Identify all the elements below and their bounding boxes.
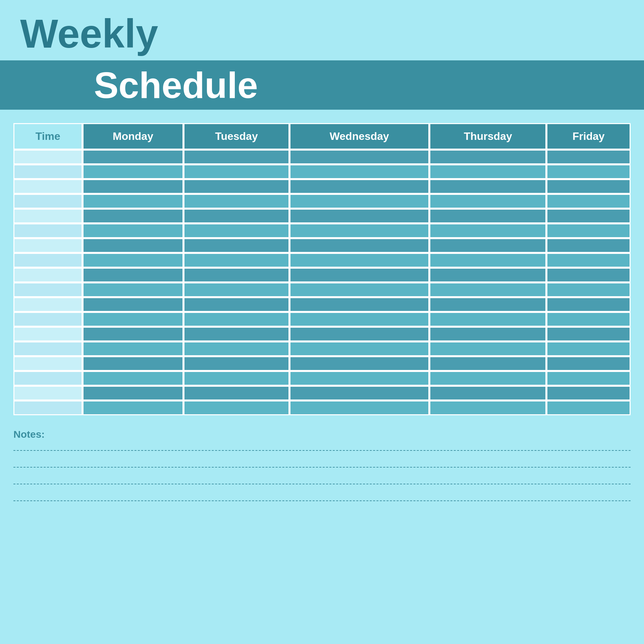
day-cell[interactable] [289, 356, 429, 371]
day-cell[interactable] [546, 312, 631, 327]
day-cell[interactable] [546, 400, 631, 415]
day-cell[interactable] [546, 297, 631, 312]
day-cell[interactable] [83, 312, 184, 327]
day-cell[interactable] [183, 282, 289, 297]
day-cell[interactable] [289, 253, 429, 268]
time-cell[interactable] [13, 297, 83, 312]
day-cell[interactable] [83, 253, 184, 268]
day-cell[interactable] [546, 209, 631, 223]
day-cell[interactable] [289, 194, 429, 209]
time-cell[interactable] [13, 194, 83, 209]
day-cell[interactable] [546, 327, 631, 341]
day-cell[interactable] [183, 312, 289, 327]
day-cell[interactable] [183, 209, 289, 223]
day-cell[interactable] [83, 150, 184, 164]
time-cell[interactable] [13, 356, 83, 371]
day-cell[interactable] [429, 238, 546, 253]
day-cell[interactable] [289, 371, 429, 386]
day-cell[interactable] [83, 400, 184, 415]
day-cell[interactable] [289, 209, 429, 223]
day-cell[interactable] [289, 341, 429, 356]
day-cell[interactable] [83, 223, 184, 238]
day-cell[interactable] [183, 297, 289, 312]
time-cell[interactable] [13, 386, 83, 400]
day-cell[interactable] [429, 209, 546, 223]
day-cell[interactable] [546, 356, 631, 371]
time-cell[interactable] [13, 209, 83, 223]
day-cell[interactable] [183, 386, 289, 400]
day-cell[interactable] [83, 297, 184, 312]
time-cell[interactable] [13, 150, 83, 164]
day-cell[interactable] [546, 371, 631, 386]
day-cell[interactable] [183, 238, 289, 253]
day-cell[interactable] [546, 238, 631, 253]
day-cell[interactable] [83, 179, 184, 194]
day-cell[interactable] [83, 386, 184, 400]
day-cell[interactable] [183, 268, 289, 282]
day-cell[interactable] [83, 194, 184, 209]
day-cell[interactable] [429, 268, 546, 282]
day-cell[interactable] [546, 164, 631, 179]
day-cell[interactable] [429, 356, 546, 371]
day-cell[interactable] [83, 356, 184, 371]
day-cell[interactable] [429, 297, 546, 312]
time-cell[interactable] [13, 223, 83, 238]
day-cell[interactable] [289, 312, 429, 327]
day-cell[interactable] [183, 371, 289, 386]
day-cell[interactable] [546, 150, 631, 164]
day-cell[interactable] [429, 400, 546, 415]
day-cell[interactable] [289, 327, 429, 341]
time-cell[interactable] [13, 327, 83, 341]
time-cell[interactable] [13, 400, 83, 415]
day-cell[interactable] [429, 371, 546, 386]
day-cell[interactable] [183, 341, 289, 356]
day-cell[interactable] [83, 238, 184, 253]
day-cell[interactable] [546, 386, 631, 400]
day-cell[interactable] [183, 194, 289, 209]
time-cell[interactable] [13, 341, 83, 356]
day-cell[interactable] [289, 400, 429, 415]
time-cell[interactable] [13, 312, 83, 327]
day-cell[interactable] [183, 253, 289, 268]
day-cell[interactable] [289, 164, 429, 179]
day-cell[interactable] [429, 194, 546, 209]
day-cell[interactable] [546, 253, 631, 268]
day-cell[interactable] [83, 164, 184, 179]
day-cell[interactable] [289, 179, 429, 194]
day-cell[interactable] [289, 268, 429, 282]
day-cell[interactable] [83, 327, 184, 341]
day-cell[interactable] [83, 209, 184, 223]
day-cell[interactable] [429, 341, 546, 356]
day-cell[interactable] [183, 356, 289, 371]
day-cell[interactable] [546, 268, 631, 282]
day-cell[interactable] [546, 341, 631, 356]
time-cell[interactable] [13, 238, 83, 253]
day-cell[interactable] [183, 179, 289, 194]
day-cell[interactable] [429, 164, 546, 179]
time-cell[interactable] [13, 253, 83, 268]
day-cell[interactable] [83, 282, 184, 297]
day-cell[interactable] [83, 341, 184, 356]
day-cell[interactable] [183, 164, 289, 179]
day-cell[interactable] [289, 150, 429, 164]
time-cell[interactable] [13, 268, 83, 282]
day-cell[interactable] [289, 223, 429, 238]
day-cell[interactable] [546, 179, 631, 194]
day-cell[interactable] [546, 282, 631, 297]
time-cell[interactable] [13, 179, 83, 194]
day-cell[interactable] [289, 282, 429, 297]
day-cell[interactable] [429, 179, 546, 194]
day-cell[interactable] [289, 297, 429, 312]
day-cell[interactable] [429, 386, 546, 400]
time-cell[interactable] [13, 371, 83, 386]
day-cell[interactable] [546, 194, 631, 209]
day-cell[interactable] [429, 327, 546, 341]
day-cell[interactable] [183, 223, 289, 238]
day-cell[interactable] [429, 253, 546, 268]
day-cell[interactable] [183, 150, 289, 164]
day-cell[interactable] [83, 268, 184, 282]
time-cell[interactable] [13, 282, 83, 297]
time-cell[interactable] [13, 164, 83, 179]
day-cell[interactable] [83, 371, 184, 386]
day-cell[interactable] [546, 223, 631, 238]
